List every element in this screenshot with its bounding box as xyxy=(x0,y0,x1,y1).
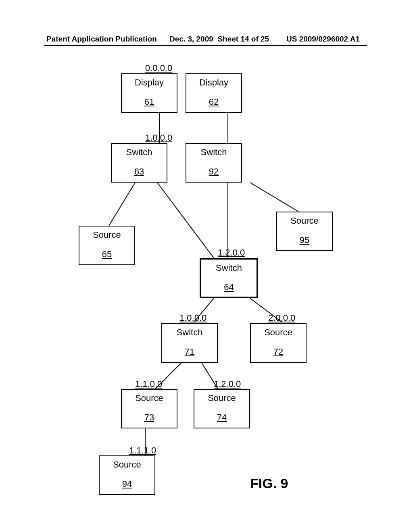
node-ref: 73 xyxy=(144,412,154,423)
node-ref: 61 xyxy=(144,97,154,107)
addr-72: 2.0.0.0 xyxy=(268,313,295,323)
node-source-73: Source 73 xyxy=(121,389,177,428)
node-switch-71: Switch 71 xyxy=(161,323,218,363)
addr-73: 1.1.0.0 xyxy=(135,379,162,389)
node-label: Switch xyxy=(201,263,257,273)
svg-line-5 xyxy=(250,183,298,212)
node-label: Source xyxy=(277,216,332,226)
node-label: Source xyxy=(79,230,134,240)
node-ref: 74 xyxy=(217,412,227,423)
node-ref: 92 xyxy=(209,166,219,177)
svg-line-2 xyxy=(109,183,135,226)
node-source-74: Source 74 xyxy=(194,389,250,428)
node-label: Source xyxy=(251,327,306,338)
addr-64: 1.2.0.0 xyxy=(218,247,245,258)
addr-74: 1.2.0.0 xyxy=(214,379,241,389)
node-label: Switch xyxy=(162,327,217,338)
node-label: Display xyxy=(186,77,241,88)
node-ref: 71 xyxy=(185,347,194,357)
node-ref: 63 xyxy=(134,166,144,177)
node-ref: 65 xyxy=(102,249,112,260)
figure-label: FIG. 9 xyxy=(250,476,288,491)
node-label: Source xyxy=(100,459,154,470)
node-label: Source xyxy=(122,393,177,403)
node-label: Display xyxy=(122,77,177,88)
node-display-62: Display 62 xyxy=(186,73,242,113)
node-label: Switch xyxy=(112,147,167,158)
node-switch-92: Switch 92 xyxy=(186,143,242,183)
svg-line-3 xyxy=(157,183,214,258)
addr-61: 0.0.0.0 xyxy=(145,63,172,73)
node-ref: 72 xyxy=(273,347,283,357)
node-display-61: Display 61 xyxy=(121,73,177,113)
node-label: Source xyxy=(194,393,249,403)
node-switch-64: Switch 64 xyxy=(200,258,258,298)
node-source-65: Source 65 xyxy=(79,226,135,265)
node-switch-63: Switch 63 xyxy=(111,143,167,183)
node-source-95: Source 95 xyxy=(276,212,333,251)
addr-71: 1.0.0.0 xyxy=(179,313,206,323)
node-ref: 64 xyxy=(224,282,234,293)
addr-94: 1.1.1.0 xyxy=(129,445,156,456)
node-label: Switch xyxy=(186,147,241,158)
page: Patent Application Publication Dec. 3, 2… xyxy=(0,0,413,532)
node-source-72: Source 72 xyxy=(250,323,307,363)
addr-63: 1.0.0.0 xyxy=(145,133,172,143)
node-ref: 62 xyxy=(209,97,219,107)
node-source-94: Source 94 xyxy=(99,455,155,495)
node-ref: 94 xyxy=(122,479,132,489)
node-ref: 95 xyxy=(300,235,309,245)
